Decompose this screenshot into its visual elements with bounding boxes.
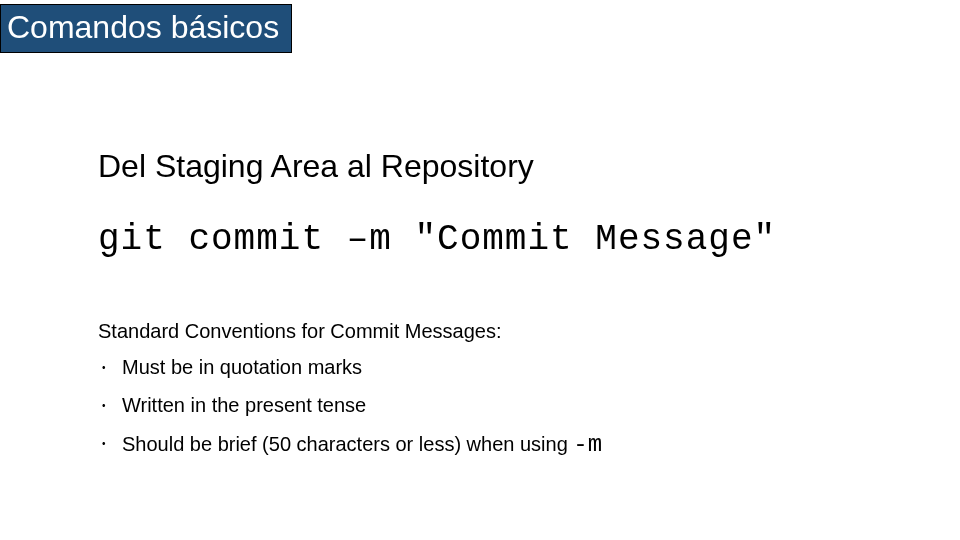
subtitle: Del Staging Area al Repository <box>98 148 920 185</box>
inline-code: -m <box>573 431 602 458</box>
list-item: Should be brief (50 characters or less) … <box>98 431 920 460</box>
bullet-text: Must be in quotation marks <box>122 356 362 378</box>
conventions-heading: Standard Conventions for Commit Messages… <box>98 320 920 343</box>
list-item: Written in the present tense <box>98 393 920 417</box>
list-item: Must be in quotation marks <box>98 355 920 379</box>
conventions-list: Must be in quotation marks Written in th… <box>98 355 920 460</box>
slide: Comandos básicos Del Staging Area al Rep… <box>0 0 960 540</box>
slide-title: Comandos básicos <box>7 9 279 45</box>
git-command: git commit –m "Commit Message" <box>98 219 920 260</box>
bullet-text: Written in the present tense <box>122 394 366 416</box>
title-banner: Comandos básicos <box>0 4 292 53</box>
content-area: Del Staging Area al Repository git commi… <box>98 148 920 474</box>
bullet-text: Should be brief (50 characters or less) … <box>122 433 573 455</box>
